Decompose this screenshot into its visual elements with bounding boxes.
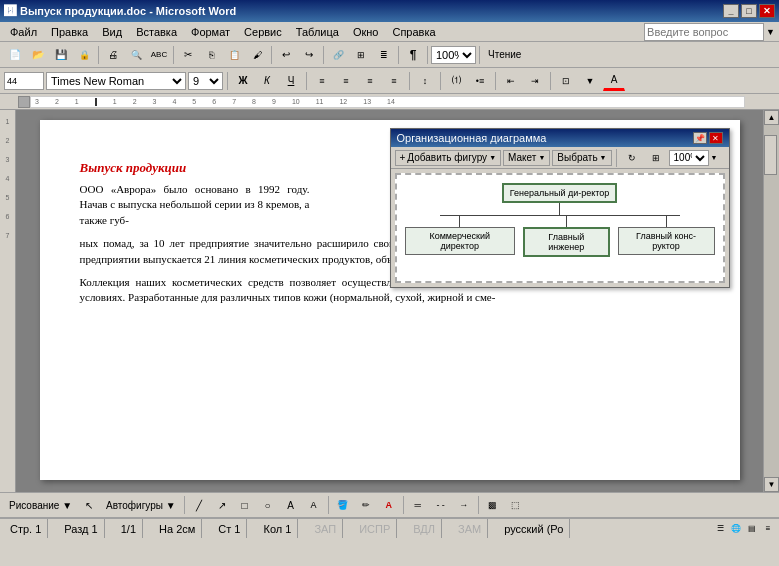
preview-button[interactable]: 🔍 <box>125 45 147 65</box>
ruler-corner[interactable] <box>18 96 30 108</box>
view-normal-button[interactable]: ☰ <box>713 522 727 536</box>
select-obj-button[interactable]: ↖ <box>78 495 100 515</box>
draw-sep-1 <box>184 496 185 514</box>
font-color-draw-button[interactable]: A <box>378 495 400 515</box>
style-select[interactable]: 44 <box>4 72 44 90</box>
menu-window[interactable]: Окно <box>347 24 385 40</box>
close-button[interactable]: ✕ <box>759 4 775 18</box>
outside-borders-button[interactable]: ⊡ <box>555 71 577 91</box>
org-child-2-box[interactable]: Главный инженер <box>523 227 610 257</box>
status-bar: Стр. 1 Разд 1 1/1 На 2см Ст 1 Кол 1 ЗАП … <box>0 518 779 538</box>
format-paint-button[interactable]: 🖌 <box>246 45 268 65</box>
indent-decrease-button[interactable]: ⇤ <box>500 71 522 91</box>
org-refresh-button[interactable]: ↻ <box>621 148 643 168</box>
line-color-button[interactable]: ✏ <box>355 495 377 515</box>
menu-service[interactable]: Сервис <box>238 24 288 40</box>
org-panel-pin-button[interactable]: 📌 <box>693 132 707 144</box>
add-figure-dropdown-icon[interactable]: ▼ <box>489 154 496 161</box>
org-zoom-dropdown-icon[interactable]: ▼ <box>711 154 718 161</box>
help-search-input[interactable] <box>644 23 764 41</box>
search-box[interactable]: ▼ <box>644 23 775 41</box>
read-button[interactable]: Чтение <box>483 45 526 65</box>
zoom-select[interactable]: 100% <box>431 46 476 64</box>
save-button[interactable]: 💾 <box>50 45 72 65</box>
undo-button[interactable]: ↩ <box>275 45 297 65</box>
show-hide-button[interactable]: ¶ <box>402 45 424 65</box>
menu-insert[interactable]: Вставка <box>130 24 183 40</box>
maximize-button[interactable]: □ <box>741 4 757 18</box>
align-left-button[interactable]: ≡ <box>311 71 333 91</box>
spell-button[interactable]: ABC <box>148 45 170 65</box>
font-name-select[interactable]: Times New Roman <box>46 72 186 90</box>
menu-format[interactable]: Формат <box>185 24 236 40</box>
view-web-button[interactable]: 🌐 <box>729 522 743 536</box>
bullets-button[interactable]: •≡ <box>469 71 491 91</box>
org-chart-content: Генеральный ди-ректор <box>395 173 725 283</box>
draw-menu-button[interactable]: Рисование ▼ <box>4 495 77 515</box>
arrow-style-button[interactable]: → <box>453 495 475 515</box>
scroll-down-button[interactable]: ▼ <box>764 477 779 492</box>
print-icon: 🖨 <box>108 49 118 60</box>
dash-style-button[interactable]: - - <box>430 495 452 515</box>
layout-button[interactable]: Макет ▼ <box>503 150 550 166</box>
org-root-box[interactable]: Генеральный ди-ректор <box>502 183 618 203</box>
cut-button[interactable]: ✂ <box>177 45 199 65</box>
menu-view[interactable]: Вид <box>96 24 128 40</box>
scroll-up-button[interactable]: ▲ <box>764 110 779 125</box>
open-button[interactable]: 📂 <box>27 45 49 65</box>
view-outline-button[interactable]: ≡ <box>761 522 775 536</box>
line-button[interactable]: ╱ <box>188 495 210 515</box>
rect-button[interactable]: □ <box>234 495 256 515</box>
hyperlink-button[interactable]: 🔗 <box>327 45 349 65</box>
align-right-button[interactable]: ≡ <box>359 71 381 91</box>
layout-dropdown-icon[interactable]: ▼ <box>538 154 545 161</box>
fill-color-button[interactable]: 🪣 <box>332 495 354 515</box>
autoshapes-button[interactable]: Автофигуры ▼ <box>101 495 181 515</box>
textbox-button[interactable]: A <box>280 495 302 515</box>
highlight-button[interactable]: ▼ <box>579 71 601 91</box>
arrow-button[interactable]: ↗ <box>211 495 233 515</box>
oval-button[interactable]: ○ <box>257 495 279 515</box>
minimize-button[interactable]: _ <box>723 4 739 18</box>
scroll-thumb[interactable] <box>764 135 777 175</box>
italic-button[interactable]: К <box>256 71 278 91</box>
copy-button[interactable]: ⎘ <box>200 45 222 65</box>
org-panel-title-buttons[interactable]: 📌 ✕ <box>693 132 723 144</box>
toolbar-sep-1 <box>98 46 99 64</box>
shadow-button[interactable]: ▩ <box>482 495 504 515</box>
font-size-select[interactable]: 9 <box>188 72 223 90</box>
line-style-button[interactable]: ═ <box>407 495 429 515</box>
table-button[interactable]: ⊞ <box>350 45 372 65</box>
line-spacing-button[interactable]: ↕ <box>414 71 436 91</box>
menu-file[interactable]: Файл <box>4 24 43 40</box>
select-dropdown-icon[interactable]: ▼ <box>600 154 607 161</box>
org-expand-button[interactable]: ⊞ <box>645 148 667 168</box>
justify-button[interactable]: ≡ <box>383 71 405 91</box>
permission-button[interactable]: 🔒 <box>73 45 95 65</box>
indent-increase-button[interactable]: ⇥ <box>524 71 546 91</box>
menu-table[interactable]: Таблица <box>290 24 345 40</box>
redo-button[interactable]: ↪ <box>298 45 320 65</box>
bold-button[interactable]: Ж <box>232 71 254 91</box>
select-button[interactable]: Выбрать ▼ <box>552 150 611 166</box>
add-figure-button[interactable]: + Добавить фигуру ▼ <box>395 150 502 166</box>
font-color-button[interactable]: A <box>603 71 625 91</box>
org-child-1-box[interactable]: Коммерческий директор <box>405 227 516 255</box>
title-bar-buttons[interactable]: _ □ ✕ <box>723 4 775 18</box>
org-child-3-box[interactable]: Главный конс-руктор <box>618 227 715 255</box>
menu-edit[interactable]: Правка <box>45 24 94 40</box>
wordart-button[interactable]: A <box>303 495 325 515</box>
columns-button[interactable]: ≣ <box>373 45 395 65</box>
align-center-button[interactable]: ≡ <box>335 71 357 91</box>
new-button[interactable]: 📄 <box>4 45 26 65</box>
scroll-track[interactable] <box>764 125 779 477</box>
paste-button[interactable]: 📋 <box>223 45 245 65</box>
org-panel-close-button[interactable]: ✕ <box>709 132 723 144</box>
org-zoom-select[interactable]: 100% <box>669 150 709 166</box>
menu-help[interactable]: Справка <box>386 24 441 40</box>
numbering-button[interactable]: ⑴ <box>445 71 467 91</box>
3d-button[interactable]: ⬚ <box>505 495 527 515</box>
underline-button[interactable]: Ч <box>280 71 302 91</box>
view-print-button[interactable]: ▤ <box>745 522 759 536</box>
print-button[interactable]: 🖨 <box>102 45 124 65</box>
